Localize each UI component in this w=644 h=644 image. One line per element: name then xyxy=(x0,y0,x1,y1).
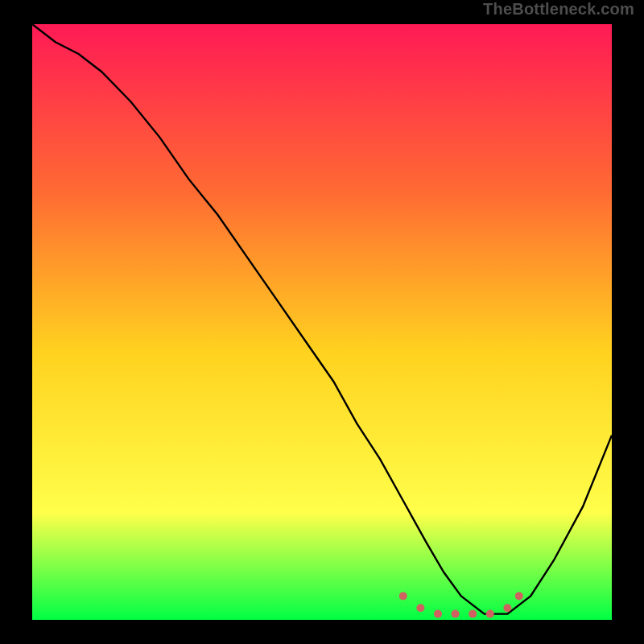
valley-dot xyxy=(434,610,442,618)
valley-dot xyxy=(416,604,424,612)
valley-dot xyxy=(452,610,460,618)
valley-dot xyxy=(503,604,511,612)
chart-svg xyxy=(0,0,644,644)
watermark-label: TheBottleneck.com xyxy=(483,0,634,19)
valley-dot xyxy=(469,610,477,618)
valley-dot xyxy=(399,592,407,600)
valley-dot xyxy=(515,592,523,600)
plot-area xyxy=(32,24,612,620)
chart-container: TheBottleneck.com xyxy=(0,0,644,644)
valley-dot xyxy=(486,610,494,618)
